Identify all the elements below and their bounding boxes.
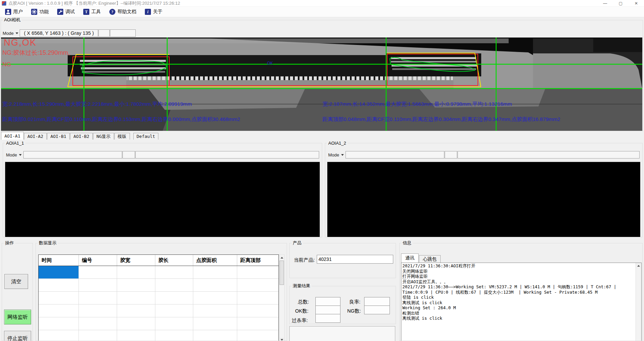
menu-tools[interactable]: T 工具 xyxy=(81,8,104,16)
yield-rate-field[interactable] xyxy=(364,297,390,306)
minimize-button[interactable]: — xyxy=(597,0,613,6)
table-cell[interactable] xyxy=(155,292,193,304)
table-row[interactable] xyxy=(39,330,279,341)
table-cell[interactable] xyxy=(155,317,193,330)
table-row[interactable] xyxy=(39,292,279,305)
table-cell[interactable] xyxy=(79,317,117,330)
menu-about[interactable]: i 关于 xyxy=(142,8,165,16)
yield-rate-label: 良率: xyxy=(349,299,360,305)
table-vertical-scrollbar[interactable] xyxy=(279,254,285,341)
tab-heartbeat[interactable]: 心跳包 xyxy=(419,255,441,263)
overkill-rate-field[interactable] xyxy=(315,314,340,323)
table-cell[interactable] xyxy=(79,330,117,341)
column-header-glue-length[interactable]: 胶长 xyxy=(155,255,193,266)
tab-ng-display[interactable]: NG显示 xyxy=(93,133,114,140)
table-cell[interactable] xyxy=(39,305,79,317)
communication-log[interactable]: 2021/7/29 11:36:30:AOI程序打开 关闭网络监听 打开网络监听… xyxy=(401,263,642,341)
table-cell[interactable] xyxy=(193,305,237,317)
panel-left-mode-dropdown[interactable]: Mode xyxy=(5,151,23,159)
column-header-glue-width[interactable]: 胶宽 xyxy=(117,255,155,266)
tab-template[interactable]: 模版 xyxy=(114,133,130,140)
table-cell[interactable] xyxy=(39,317,79,330)
camera-image-view[interactable]: NG,OK NG:胶体过长:15.290mm, NG OK 宽:2.218mm,… xyxy=(1,38,642,131)
table-cell[interactable] xyxy=(237,292,279,304)
table-cell[interactable] xyxy=(237,317,279,330)
panel-right-mode-label: Mode xyxy=(328,152,339,157)
table-cell[interactable] xyxy=(117,305,155,317)
clear-button[interactable]: 清空 xyxy=(4,274,28,289)
table-cell[interactable] xyxy=(79,292,117,304)
close-button[interactable]: ✕ xyxy=(628,0,644,6)
table-cell-selected[interactable] xyxy=(39,266,79,278)
table-cell[interactable] xyxy=(237,266,279,278)
panel-left-field-2 xyxy=(123,151,135,159)
table-cell[interactable] xyxy=(193,317,237,330)
table-cell[interactable] xyxy=(237,330,279,341)
current-product-input[interactable] xyxy=(317,255,393,264)
column-header-time[interactable]: 时间 xyxy=(39,255,79,266)
panel-right-image-view[interactable] xyxy=(327,162,640,237)
panel-left-image-view[interactable] xyxy=(5,162,320,237)
ok-count-field[interactable] xyxy=(315,306,340,314)
network-listen-button[interactable]: 网络监听 xyxy=(4,310,31,324)
table-cell[interactable] xyxy=(117,292,155,304)
tab-aoi-a1[interactable]: AOI-A1 xyxy=(1,132,24,140)
tab-comm[interactable]: 通讯 xyxy=(401,253,419,263)
table-cell[interactable] xyxy=(79,305,117,317)
operation-group-label: 操作 xyxy=(4,240,15,246)
total-count-field[interactable] xyxy=(315,297,340,306)
panel-right-mode-dropdown[interactable]: Mode xyxy=(327,151,345,159)
maximize-button[interactable]: ▢ xyxy=(613,0,628,6)
table-cell[interactable] xyxy=(39,292,79,304)
menu-function[interactable]: 功能 xyxy=(28,8,51,16)
table-cell[interactable] xyxy=(237,305,279,317)
tab-aoi-a2[interactable]: AOI-A2 xyxy=(24,133,47,140)
menu-user[interactable]: 用户 xyxy=(2,8,25,16)
stop-listen-button[interactable]: 停止监听 xyxy=(4,331,31,341)
table-cell[interactable] xyxy=(193,266,237,278)
table-cell[interactable] xyxy=(117,266,155,278)
table-cell[interactable] xyxy=(155,330,193,341)
log-text: 2021/7/29 11:36:30:AOI程序打开 关闭网络监听 打开网络监听… xyxy=(402,263,635,321)
window-controls: — ▢ ✕ xyxy=(597,0,644,6)
table-cell[interactable] xyxy=(117,317,155,330)
scroll-up-button[interactable] xyxy=(636,263,641,268)
ng-count-field[interactable] xyxy=(364,306,390,314)
table-cell[interactable] xyxy=(39,330,79,341)
table-cell[interactable] xyxy=(155,305,193,317)
menu-debug[interactable]: 调试 xyxy=(54,8,77,16)
data-table[interactable]: 时间 编号 胶宽 胶长 点胶面积 距离顶部 xyxy=(38,254,279,341)
table-row[interactable] xyxy=(39,266,279,279)
table-cell[interactable] xyxy=(193,292,237,304)
table-row[interactable] xyxy=(39,279,279,292)
table-cell[interactable] xyxy=(193,279,237,291)
table-row[interactable] xyxy=(39,317,279,330)
log-vertical-scrollbar[interactable] xyxy=(636,263,641,341)
menu-help[interactable]: ? 帮助文档 xyxy=(107,8,139,16)
column-header-id[interactable]: 编号 xyxy=(79,255,117,266)
spare-panel xyxy=(289,326,395,341)
table-cell[interactable] xyxy=(79,279,117,291)
table-row[interactable] xyxy=(39,305,279,317)
column-header-distance-top[interactable]: 距离顶部 xyxy=(237,255,279,266)
table-cell[interactable] xyxy=(79,266,117,278)
scrollbar-thumb[interactable] xyxy=(280,261,284,285)
table-cell[interactable] xyxy=(155,279,193,291)
overlay-ng-flag: NG xyxy=(2,62,11,68)
tab-aoi-b2[interactable]: AOI-B2 xyxy=(70,133,93,140)
tab-default[interactable]: Default xyxy=(133,133,159,140)
table-cell[interactable] xyxy=(237,279,279,291)
table-cell[interactable] xyxy=(117,330,155,341)
table-cell[interactable] xyxy=(117,279,155,291)
column-header-glue-area[interactable]: 点胶面积 xyxy=(193,255,237,266)
camera-mode-dropdown[interactable]: Mode xyxy=(2,29,19,37)
tab-aoi-b1[interactable]: AOI-B1 xyxy=(47,133,70,140)
table-cell[interactable] xyxy=(193,330,237,341)
overlay-right-measure-2: 距离顶部0.048mm,距离CF层0.110mm,距离左边界0.304mm,距离… xyxy=(323,117,560,122)
scroll-down-button[interactable] xyxy=(279,337,284,341)
table-cell[interactable] xyxy=(155,266,193,278)
panel-right-field-2 xyxy=(445,151,457,159)
info-group-label: 信息 xyxy=(401,240,413,246)
scroll-up-button[interactable] xyxy=(279,255,284,260)
table-cell[interactable] xyxy=(39,279,79,291)
